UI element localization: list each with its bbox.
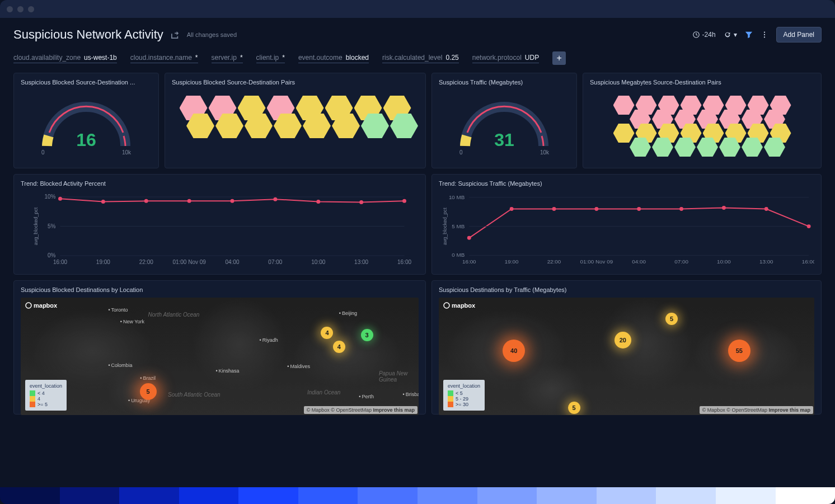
add-filter-button[interactable]: + <box>552 51 566 65</box>
map-marker[interactable]: 5 <box>568 402 580 414</box>
mapbox-logo: mapbox <box>25 302 57 309</box>
svg-text:01:00 Nov 09: 01:00 Nov 09 <box>580 258 613 265</box>
svg-point-52 <box>722 206 726 210</box>
kebab-menu-icon[interactable] <box>761 31 768 39</box>
svg-text:16:00: 16:00 <box>53 259 67 265</box>
map-marker[interactable]: 40 <box>503 340 525 362</box>
svg-point-50 <box>637 207 641 211</box>
map-marker[interactable]: 20 <box>614 332 631 348</box>
page-title: Suspicious Network Activity <box>13 27 163 42</box>
map-marker[interactable]: 3 <box>361 329 373 341</box>
svg-text:01:00 Nov 09: 01:00 Nov 09 <box>172 259 206 265</box>
time-range-picker[interactable]: -24h <box>692 31 716 39</box>
filter-chip[interactable]: network.protocolUDP <box>472 54 539 63</box>
svg-point-24 <box>187 199 191 203</box>
filter-chip[interactable]: server.ip* <box>212 54 243 63</box>
svg-text:10:00: 10:00 <box>717 258 731 265</box>
chevron-down-icon: ▾ <box>734 31 737 39</box>
svg-text:10 MB: 10 MB <box>449 194 465 200</box>
svg-text:avg_blocked_pct: avg_blocked_pct <box>442 208 448 245</box>
panel-gauge-blocked[interactable]: Suspicious Blocked Source-Destination ..… <box>13 73 159 168</box>
svg-text:16: 16 <box>76 130 96 150</box>
mapbox-logo: mapbox <box>443 302 475 309</box>
svg-point-27 <box>316 200 320 204</box>
svg-point-28 <box>359 200 363 204</box>
panel-gauge-traffic[interactable]: Suspicious Traffic (Megabytes) 31 010k <box>431 73 577 168</box>
svg-point-21 <box>58 197 62 201</box>
panel-hex-traffic[interactable]: Suspicious Megabytes Source-Destination … <box>583 73 822 168</box>
panel-map-traffic[interactable]: Suspicious Destinations by Traffic (Mega… <box>431 280 822 414</box>
svg-text:10%: 10% <box>44 194 55 200</box>
svg-point-49 <box>594 207 598 211</box>
filter-chip[interactable]: cloud.availability_zoneus-west-1b <box>13 54 117 63</box>
filter-chip[interactable]: risk.calculated_level0.25 <box>382 54 459 63</box>
svg-text:19:00: 19:00 <box>505 258 519 265</box>
svg-point-51 <box>679 207 683 211</box>
map-marker[interactable]: 4 <box>321 327 333 339</box>
svg-text:16:00: 16:00 <box>802 258 814 265</box>
share-icon[interactable] <box>171 31 179 39</box>
filter-chip[interactable]: cloud.instance.name* <box>130 54 198 63</box>
page-header: Suspicious Network Activity All changes … <box>0 18 835 47</box>
honeycomb-grid <box>590 90 814 162</box>
svg-text:07:00: 07:00 <box>674 258 688 265</box>
add-panel-button[interactable]: Add Panel <box>776 27 822 43</box>
filter-icon[interactable] <box>745 31 753 39</box>
filter-chip[interactable]: client.ip* <box>256 54 285 63</box>
map-attribution[interactable]: © Mapbox © OpenStreetMap Improve this ma… <box>700 406 813 414</box>
svg-point-46 <box>467 236 471 240</box>
svg-text:04:00: 04:00 <box>225 259 239 265</box>
traffic-light-min[interactable] <box>17 6 24 12</box>
map-marker[interactable]: 55 <box>728 340 750 362</box>
filter-chip[interactable]: event.outcomeblocked <box>298 54 369 63</box>
filter-bar: cloud.availability_zoneus-west-1bcloud.i… <box>0 47 835 73</box>
map-legend: event_location< 55 - 29>= 30 <box>443 380 485 411</box>
svg-point-56 <box>26 303 31 308</box>
map-marker[interactable]: 5 <box>665 313 678 325</box>
map-canvas[interactable]: mapbox40205555event_location< 55 - 29>= … <box>439 298 814 415</box>
svg-text:07:00: 07:00 <box>268 259 282 265</box>
svg-text:13:00: 13:00 <box>759 258 773 265</box>
refresh-button[interactable]: ▾ <box>724 31 737 39</box>
svg-text:5%: 5% <box>48 223 56 229</box>
map-marker[interactable]: 4 <box>333 341 345 353</box>
honeycomb-grid <box>172 90 419 144</box>
map-attribution[interactable]: © Mapbox © OpenStreetMap Improve this ma… <box>304 406 418 414</box>
map-marker[interactable]: 5 <box>140 383 157 400</box>
svg-text:04:00: 04:00 <box>632 258 646 265</box>
traffic-light-close[interactable] <box>7 6 13 12</box>
svg-text:avg_blocked_pct: avg_blocked_pct <box>33 207 39 245</box>
svg-point-29 <box>402 199 406 203</box>
panel-hex-blocked[interactable]: Suspicious Blocked Source-Destination Pa… <box>165 73 426 168</box>
dashboard-grid: Suspicious Blocked Source-Destination ..… <box>0 73 835 414</box>
svg-text:31: 31 <box>494 130 514 150</box>
svg-point-48 <box>552 207 556 211</box>
svg-point-57 <box>444 303 449 308</box>
svg-point-22 <box>101 200 105 204</box>
panel-map-blocked[interactable]: Suspicious Blocked Destinations by Locat… <box>13 280 426 414</box>
svg-text:19:00: 19:00 <box>96 259 110 265</box>
svg-point-1 <box>763 31 764 32</box>
svg-point-26 <box>273 197 277 201</box>
map-canvas[interactable]: mapboxTorontoNew YorkBeijingRiyadhMaldiv… <box>21 298 419 415</box>
svg-point-54 <box>807 224 811 228</box>
svg-point-47 <box>510 207 514 211</box>
panel-trend-blocked[interactable]: Trend: Blocked Activity Percent 0%5%10%1… <box>13 174 426 275</box>
line-chart: 0 MB5 MB10 MB16:0019:0022:0001:00 Nov 09… <box>439 191 814 270</box>
save-status: All changes saved <box>187 31 237 38</box>
line-chart: 0%5%10%16:0019:0022:0001:00 Nov 0904:000… <box>21 191 419 270</box>
window-titlebar <box>0 0 835 18</box>
svg-text:16:00: 16:00 <box>462 258 476 265</box>
svg-point-25 <box>231 199 234 203</box>
svg-text:22:00: 22:00 <box>547 258 561 265</box>
svg-text:10:00: 10:00 <box>311 259 325 265</box>
traffic-light-max[interactable] <box>28 6 34 12</box>
app-window: Suspicious Network Activity All changes … <box>0 0 835 504</box>
svg-text:5 MB: 5 MB <box>452 223 465 229</box>
panel-trend-traffic[interactable]: Trend: Suspicious Traffic (Megabytes) 0 … <box>431 174 822 275</box>
svg-point-3 <box>763 36 764 37</box>
svg-text:16:00: 16:00 <box>397 259 411 265</box>
map-legend: event_location< 44>= 5 <box>25 380 67 411</box>
color-footer-strip <box>0 487 835 504</box>
svg-point-2 <box>763 34 764 35</box>
